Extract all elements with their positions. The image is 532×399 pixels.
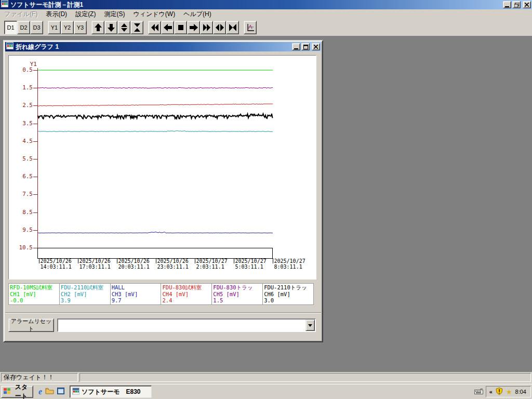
legend-cell-ch6: FDU-2110トラッCH6 [mV]3.0 (263, 284, 313, 304)
menu-item-measure[interactable]: 測定(S) (100, 9, 129, 20)
legend-channel-value: -0.0 (10, 297, 58, 304)
arrow-up-button[interactable] (91, 21, 104, 34)
arrow-left-button[interactable] (161, 21, 174, 34)
arrow-down-button[interactable] (104, 21, 117, 34)
legend-channel-value: 3.9 (61, 297, 109, 304)
task-app-icon (72, 388, 79, 396)
legend-channel-label: CH2 [mV] (61, 291, 109, 298)
taskbar: スタート e ソフトサーモ E830 « ★ 8:04 (0, 384, 532, 399)
main-window-title: ソフトサーモ計測－計測1 (10, 1, 83, 9)
expand-horizontal-button[interactable] (213, 21, 226, 34)
shield-icon[interactable] (496, 388, 503, 396)
main-titlebar[interactable]: ソフトサーモ計測－計測1 (0, 0, 532, 9)
expand-vertical-icon (119, 23, 129, 32)
legend-channel-label: CH1 [mV] (10, 291, 58, 298)
menu-item-settings[interactable]: 設定(Z) (71, 9, 100, 20)
chart-icon (246, 23, 255, 32)
graph-maximize-button[interactable] (301, 43, 310, 50)
channel-legend: RFD-10MS試料室CH1 [mV]-0.0FDU-2110試料室CH2 [m… (8, 283, 314, 305)
fast-forward-button[interactable] (200, 21, 213, 34)
graph-close-button[interactable] (312, 43, 320, 50)
x-axis-label: 2025/10/26 20:03:11.1 (118, 259, 150, 270)
close-button[interactable] (523, 1, 531, 8)
y-axis-label: 2.5 (10, 102, 33, 109)
d-button-d2[interactable]: D2 (17, 21, 30, 34)
menu-item-help[interactable]: ヘルプ(H) (179, 9, 216, 20)
series-ch2-line (38, 131, 273, 132)
arrow-right-button[interactable] (187, 21, 200, 34)
legend-channel-name: HALL (112, 284, 160, 291)
toolbar-group-y: Y1Y2Y3 (48, 21, 87, 34)
mdi-area: 折れ線グラフ 1 Y10.51.52.53.54.55.56.57.58.59.… (0, 36, 532, 373)
y-button-y3[interactable]: Y3 (74, 21, 87, 34)
chart-button[interactable] (244, 21, 257, 34)
status-bar: 保存ウェイト！！ (0, 372, 532, 382)
collapse-horizontal-icon (228, 23, 237, 32)
series-ch6-line (38, 114, 273, 119)
d-button-d1[interactable]: D1 (4, 21, 17, 34)
d-button-d3[interactable]: D3 (30, 21, 43, 34)
legend-channel-name: FDU-830トラッ (213, 284, 261, 291)
system-tray: « ★ 8:04 (474, 386, 531, 397)
x-axis-label: 2025/10/26 14:03:11.1 (41, 259, 72, 270)
combo-dropdown-button[interactable] (305, 320, 315, 331)
star-icon[interactable]: ★ (506, 389, 512, 395)
graph-minimize-button[interactable] (292, 43, 300, 50)
rewind-button[interactable] (148, 21, 161, 34)
alarm-combobox[interactable] (57, 318, 316, 332)
y-axis-label: 9.5 (10, 227, 33, 234)
graph-window-title: 折れ線グラフ 1 (16, 43, 59, 51)
graph-window-titlebar[interactable]: 折れ線グラフ 1 (5, 42, 321, 51)
app-icon (1, 0, 8, 9)
tray-overflow-chevrons[interactable]: « (489, 389, 493, 395)
legend-cell-ch2: FDU-2110試料室CH2 [mV]3.9 (60, 284, 111, 304)
stop-button[interactable] (174, 21, 187, 34)
series-ch5-line (38, 88, 273, 88)
y-button-y2[interactable]: Y2 (61, 21, 74, 34)
start-button[interactable]: スタート (1, 385, 33, 398)
graph-window-icon (6, 42, 14, 51)
compress-vertical-button[interactable] (130, 21, 143, 34)
toolbar-group-d: D1D2D3 (4, 21, 43, 34)
arrow-right-icon (189, 23, 198, 32)
toolbar-group-scale (91, 21, 143, 34)
keyboard-icon[interactable] (474, 387, 483, 396)
legend-channel-value: 9.7 (112, 297, 160, 304)
legend-cell-ch5: FDU-830トラッCH5 [mV]1.5 (212, 284, 263, 304)
y-axis-label: 0.5 (10, 66, 33, 74)
y-axis-label: 7.5 (10, 191, 33, 198)
expand-horizontal-icon (215, 23, 224, 32)
y-button-y1[interactable]: Y1 (48, 21, 61, 34)
x-axis-label: 2025/10/26 17:03:11.1 (79, 259, 111, 270)
rewind-icon (150, 23, 159, 32)
menu-item-view[interactable]: 表示(D) (42, 9, 71, 20)
legend-channel-name: FDU-2110トラッ (264, 284, 312, 291)
quick-launch: e (38, 387, 64, 396)
legend-cell-ch3: HALLCH3 [mV]9.7 (111, 284, 162, 304)
screen: { "window": { "title": "ソフトサーモ計測－計測1" },… (0, 0, 532, 399)
y-axis-label: 1.5 (10, 84, 33, 91)
y-axis-label: 4.5 (10, 138, 33, 145)
status-panel-secondary (79, 373, 531, 382)
ie-icon[interactable]: e (38, 387, 42, 396)
collapse-horizontal-button[interactable] (226, 21, 239, 34)
arrow-down-icon (107, 23, 116, 32)
window-icon[interactable] (57, 387, 64, 396)
menu-item-window[interactable]: ウィンドウ(W) (129, 9, 179, 20)
restore-button[interactable] (512, 1, 521, 8)
compress-vertical-icon (132, 23, 142, 32)
windows-logo-icon (4, 388, 10, 395)
y-axis-label: 8.5 (10, 209, 33, 216)
chart-panel: Y10.51.52.53.54.55.56.57.58.59.510.52025… (8, 55, 316, 280)
folder-icon[interactable] (45, 387, 54, 396)
alarm-reset-button[interactable]: アラームリセット (8, 318, 54, 332)
minimize-button[interactable] (503, 1, 511, 8)
expand-vertical-button[interactable] (117, 21, 130, 34)
task-button-softthermo[interactable]: ソフトサーモ E830 (70, 385, 152, 398)
y-axis-label: 6.5 (10, 173, 33, 180)
tray-clock: 8:04 (515, 389, 526, 395)
legend-channel-value: 1.5 (213, 297, 261, 304)
legend-cell-ch4: FDU-830試料室CH4 [mV]2.4 (161, 284, 212, 304)
legend-channel-name: RFD-10MS試料室 (10, 284, 58, 291)
graph-window: 折れ線グラフ 1 Y10.51.52.53.54.55.56.57.58.59.… (3, 40, 323, 342)
